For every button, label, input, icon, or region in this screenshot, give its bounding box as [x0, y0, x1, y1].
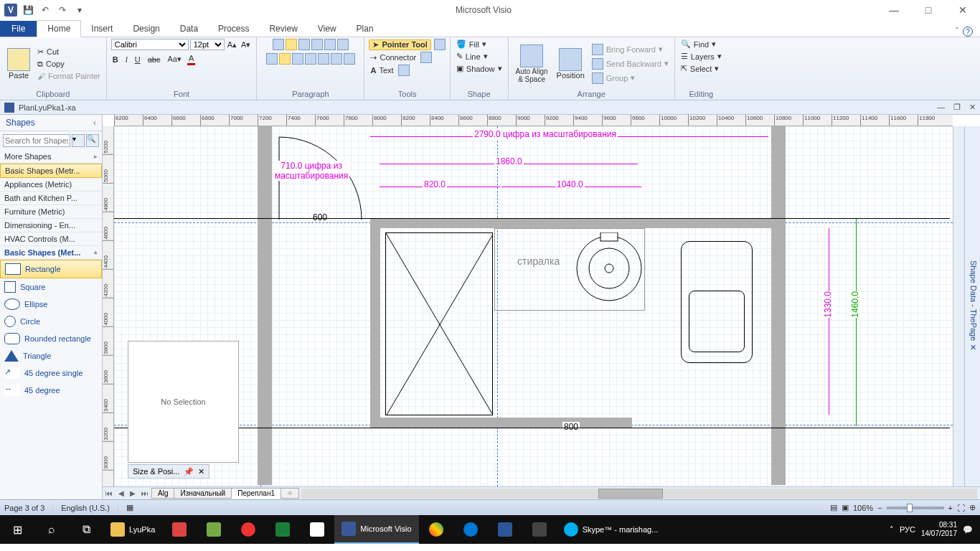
doc-restore-icon[interactable]: ❐	[953, 103, 961, 112]
task-opera[interactable]	[231, 515, 265, 544]
task-excel[interactable]	[265, 515, 300, 544]
active-stencil-header[interactable]: Basic Shapes (Met...▴	[0, 246, 102, 260]
align-center-icon[interactable]	[279, 53, 291, 65]
task-mail[interactable]	[522, 515, 557, 544]
tab-design[interactable]: Design	[123, 21, 169, 37]
taskview-button[interactable]: ⧉	[69, 515, 103, 544]
search-input[interactable]	[3, 134, 70, 147]
tab-review[interactable]: Review	[259, 21, 307, 37]
rectangle-tool-icon[interactable]	[434, 39, 446, 50]
tab-insert[interactable]: Insert	[81, 21, 123, 37]
zoom-slider[interactable]	[887, 507, 944, 509]
task-chrome[interactable]	[419, 515, 453, 544]
group-button[interactable]: Group ▾	[590, 72, 670, 85]
scrollbar-vertical[interactable]	[953, 126, 964, 486]
zoom-out-icon[interactable]: −	[877, 504, 882, 512]
pointer-tool-button[interactable]: ➤Pointer Tool	[369, 39, 430, 50]
increase-font-icon[interactable]: A▴	[226, 39, 238, 50]
ruler-vertical[interactable]: 5200500048004600440042004000380036003400…	[103, 126, 114, 486]
shape-rectangle[interactable]: Rectangle	[0, 260, 102, 278]
outdent-icon[interactable]	[318, 53, 329, 65]
collapse-icon[interactable]: ‹	[93, 118, 96, 128]
tab-process[interactable]: Process	[208, 21, 259, 37]
task-app1[interactable]	[162, 515, 197, 544]
cut-button[interactable]: ✂Cut	[36, 47, 102, 57]
page-indicator[interactable]: Page 3 of 3	[4, 504, 44, 512]
qat-customize-icon[interactable]: ▾	[72, 2, 88, 18]
font-size-combo[interactable]: 12pt	[190, 39, 225, 50]
shape-ellipse[interactable]: Ellipse	[0, 296, 102, 313]
shadow-button[interactable]: ▣Shadow ▾	[455, 63, 504, 74]
copy-button[interactable]: ⧉Copy	[36, 59, 102, 70]
freeform-tool-icon[interactable]	[420, 52, 432, 63]
stencil-item[interactable]: Dimensioning - En...	[0, 219, 102, 232]
ellipse-tool-icon[interactable]	[398, 65, 410, 76]
doc-minimize-icon[interactable]: —	[937, 103, 945, 112]
tab-data[interactable]: Data	[170, 21, 208, 37]
start-button[interactable]: ⊞	[0, 515, 34, 544]
layers-button[interactable]: ☰Layers ▾	[679, 51, 723, 62]
send-backward-button[interactable]: Send Backward ▾	[590, 57, 670, 70]
language-indicator[interactable]: English (U.S.)	[61, 504, 110, 512]
shape-45-single[interactable]: ↗45 degree single	[0, 364, 102, 382]
view-fullscreen-icon[interactable]: ▣	[842, 503, 849, 512]
task-app2[interactable]	[197, 515, 231, 544]
align-right-icon[interactable]	[292, 53, 303, 65]
size-position-panel[interactable]: Size & Posi... 📌 ✕	[128, 464, 209, 479]
paste-button[interactable]: Paste	[4, 47, 33, 81]
help-icon[interactable]: ?	[963, 27, 973, 37]
strikethrough-button[interactable]: abc	[146, 53, 162, 65]
stencil-item[interactable]: HVAC Controls (M...	[0, 232, 102, 246]
font-family-combo[interactable]: Calibri	[111, 39, 189, 50]
task-store[interactable]	[300, 515, 334, 544]
sheet-tab[interactable]: Alg	[151, 488, 174, 499]
stencil-item[interactable]: Appliances (Metric)	[0, 178, 102, 192]
task-edge[interactable]	[453, 515, 488, 544]
close-icon[interactable]: ✕	[948, 4, 977, 16]
shape-data-panel[interactable]: Shape Data - ThePage ✕	[964, 126, 980, 486]
tab-home[interactable]: Home	[37, 20, 81, 37]
rotate-icon[interactable]	[344, 53, 355, 65]
tab-plan[interactable]: Plan	[347, 21, 384, 37]
close-panel-icon[interactable]: ✕	[198, 467, 204, 476]
shape-circle[interactable]: Circle	[0, 313, 102, 330]
pin-icon[interactable]: 📌	[184, 467, 194, 476]
save-icon[interactable]: 💾	[20, 2, 36, 18]
scrollbar-horizontal[interactable]	[301, 489, 977, 499]
justify-icon[interactable]	[305, 53, 316, 65]
connector-tool-button[interactable]: ⇢Connector	[369, 52, 418, 63]
text-tool-button[interactable]: AText	[369, 65, 395, 75]
stencil-item[interactable]: Bath and Kitchen P...	[0, 192, 102, 205]
autoalign-button[interactable]: Auto Align& Space	[513, 43, 551, 85]
fill-button[interactable]: 🪣Fill ▾	[455, 39, 488, 50]
bold-button[interactable]: B	[111, 53, 120, 65]
indent-icon[interactable]	[331, 53, 342, 65]
shape-square[interactable]: Square	[0, 278, 102, 296]
tray-expand-icon[interactable]: ˄	[890, 525, 894, 534]
add-sheet-button[interactable]: ✧	[281, 488, 299, 499]
zoom-in-icon[interactable]: +	[948, 504, 953, 512]
clock[interactable]: 08:3114/07/2017	[921, 521, 957, 538]
doc-close-icon[interactable]: ✕	[969, 103, 976, 112]
decrease-font-icon[interactable]: A▾	[240, 39, 252, 50]
align-bottom-icon[interactable]	[298, 39, 310, 50]
zoom-level[interactable]: 106%	[853, 504, 873, 512]
font-color-button[interactable]: A	[187, 53, 195, 65]
select-button[interactable]: ⇱Select ▾	[679, 63, 721, 74]
task-skype[interactable]: Skype™ - marishag...	[557, 515, 666, 544]
ruler-horizontal[interactable]: 6200640066006800700072007400760078008000…	[114, 115, 953, 126]
underline-button[interactable]: U	[133, 53, 142, 65]
view-normal-icon[interactable]: ▤	[830, 503, 837, 512]
maximize-icon[interactable]: □	[914, 4, 943, 16]
search-button[interactable]: ⌕	[34, 515, 69, 544]
bring-forward-button[interactable]: Bring Forward ▾	[590, 43, 670, 56]
align-middle-icon[interactable]	[286, 39, 297, 50]
shape-45-deg[interactable]: ↔45 degree	[0, 382, 102, 399]
sheet-nav-last[interactable]: ⏭	[138, 489, 151, 497]
notifications-icon[interactable]: 💬	[963, 525, 973, 534]
orientation-icon[interactable]	[311, 39, 323, 50]
macro-icon[interactable]: ▦	[126, 503, 133, 512]
fit-page-icon[interactable]: ⛶	[957, 504, 965, 512]
sheet-nav-next[interactable]: ▶	[127, 489, 138, 497]
align-left-icon[interactable]	[266, 53, 278, 65]
